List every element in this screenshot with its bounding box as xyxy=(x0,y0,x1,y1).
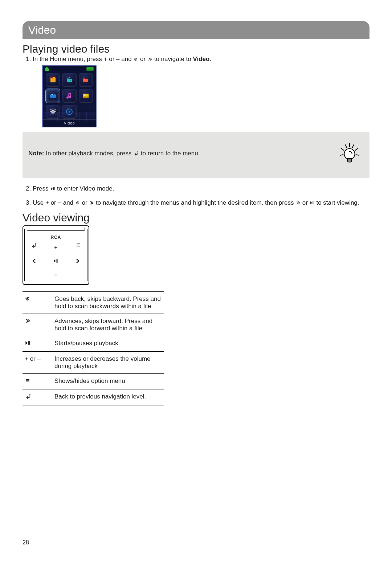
table-row: + or – Increases or decreases the volume… xyxy=(23,351,164,373)
control-desc: Advances, skips forward. Press and hold … xyxy=(52,314,164,336)
instruction-list: In the Home menu, press + or – and or to… xyxy=(23,55,369,127)
table-row: Starts/pauses playback xyxy=(23,336,164,351)
device-label: Video xyxy=(43,119,96,126)
app-photo xyxy=(79,89,93,103)
volume-keys: + or – xyxy=(23,351,52,373)
svg-line-37 xyxy=(345,145,347,148)
svg-line-35 xyxy=(340,155,343,155)
svg-line-36 xyxy=(356,155,359,155)
control-desc: Increases or decreases the volume during… xyxy=(52,351,164,373)
back-icon xyxy=(25,393,31,401)
note-label: Note: xyxy=(28,150,44,157)
instruction-list-2: Press to enter Video mode. Use + or – an… xyxy=(23,185,369,208)
table-row: Back to previous navigation level. xyxy=(23,389,164,405)
skip-fwd-icon xyxy=(295,200,301,208)
menu-icon xyxy=(75,242,81,249)
step-2: Press to enter Video mode. xyxy=(33,185,369,194)
play-pause-icon xyxy=(25,340,30,348)
svg-line-34 xyxy=(355,148,358,150)
page-number: 28 xyxy=(23,539,29,546)
skip-back-icon xyxy=(133,56,138,64)
skip-fwd-icon xyxy=(89,200,94,208)
plus-button: + xyxy=(54,244,58,250)
control-desc: Shows/hides option menu xyxy=(52,373,164,389)
note-callout: Note: In other playback modes, press to … xyxy=(23,132,369,178)
subsection-title-playing: Playing video files xyxy=(23,43,369,55)
lightbulb-icon xyxy=(335,140,364,168)
controls-table: Goes back, skips backward. Press and hol… xyxy=(23,291,164,405)
section-banner-text: Video xyxy=(28,24,56,36)
video-keyword: Video xyxy=(193,56,209,62)
skip-back-icon xyxy=(25,296,30,303)
home-icon xyxy=(45,67,49,71)
back-icon xyxy=(133,150,139,158)
app-files xyxy=(79,73,93,87)
back-icon xyxy=(30,242,37,250)
skip-back-icon xyxy=(75,200,80,208)
app-radio xyxy=(62,73,76,87)
app-audiobook xyxy=(46,73,60,87)
app-video xyxy=(46,89,60,103)
play-pause-icon xyxy=(50,185,55,194)
brand-label: RCA xyxy=(23,235,89,240)
play-pause-icon xyxy=(310,200,315,208)
control-desc: Goes back, skips backward. Press and hol… xyxy=(52,291,164,314)
svg-point-29 xyxy=(344,148,355,159)
right-button xyxy=(75,258,81,265)
minus-button: – xyxy=(54,271,57,278)
control-pad-diagram: RCA + – xyxy=(23,225,89,285)
skip-fwd-icon xyxy=(147,56,152,64)
skip-fwd-icon xyxy=(25,318,30,326)
svg-line-33 xyxy=(341,148,344,150)
step-3: Use + or – and or to navigate through th… xyxy=(33,199,369,208)
table-row: Goes back, skips backward. Press and hol… xyxy=(23,291,164,314)
play-pause-icon xyxy=(53,258,59,265)
svg-line-38 xyxy=(352,145,354,148)
subsection-title-viewing: Video viewing xyxy=(23,212,369,224)
table-row: Shows/hides option menu xyxy=(23,373,164,389)
app-music xyxy=(62,89,76,103)
control-desc: Back to previous navigation level. xyxy=(52,389,164,405)
battery-icon xyxy=(86,67,94,71)
control-desc: Starts/pauses playback xyxy=(52,336,164,351)
device-home-screenshot: Video xyxy=(42,65,97,127)
left-button xyxy=(31,258,37,265)
section-banner: Video xyxy=(23,21,369,39)
step-1: In the Home menu, press + or – and or to… xyxy=(33,55,369,127)
table-row: Advances, skips forward. Press and hold … xyxy=(23,314,164,336)
menu-icon xyxy=(25,378,30,385)
